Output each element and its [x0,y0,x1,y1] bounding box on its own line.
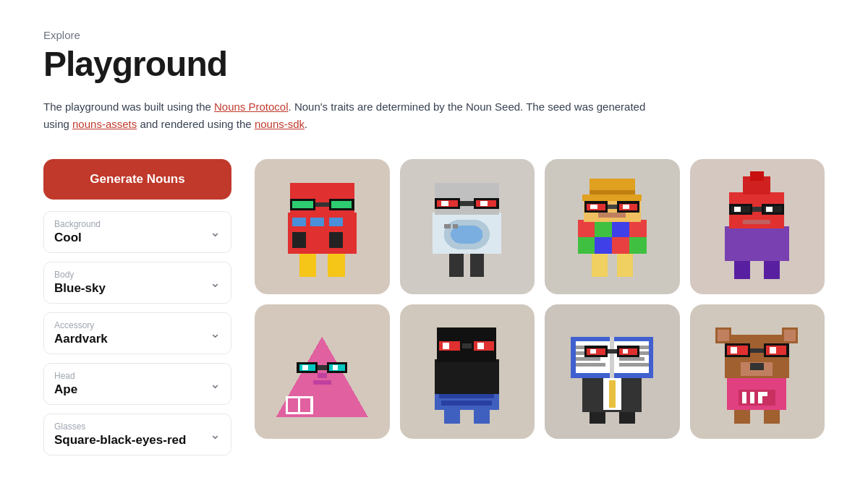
noun-card-8[interactable] [690,304,825,440]
svg-rect-7 [329,232,343,248]
svg-rect-38 [592,254,608,277]
noun-card-5[interactable] [255,304,390,440]
accessory-value: Aardvark [54,332,221,346]
svg-rect-81 [440,394,495,398]
svg-rect-77 [318,374,327,378]
svg-rect-80 [435,360,499,395]
svg-rect-50 [623,205,630,209]
nouns-protocol-link[interactable]: Nouns Protocol [214,100,289,113]
glasses-chevron-icon: ⌄ [210,427,221,442]
svg-rect-133 [750,364,764,371]
svg-rect-34 [578,237,595,254]
head-dropdown[interactable]: Head Ape ⌄ [43,363,231,405]
svg-rect-136 [750,348,764,353]
sidebar: Generate Nouns Background Cool ⌄ Body Bl… [43,159,231,455]
svg-rect-11 [315,202,329,207]
desc-text-3: and rendered using the [137,118,255,130]
glasses-label: Glasses [54,421,221,432]
svg-rect-118 [623,350,629,354]
noun-card-6[interactable] [400,304,535,440]
noun-card-7[interactable] [545,304,680,440]
svg-rect-12 [292,201,313,208]
svg-rect-42 [582,194,642,202]
svg-rect-63 [734,207,741,211]
svg-rect-46 [608,205,617,209]
svg-rect-124 [763,392,767,396]
background-dropdown[interactable]: Background Cool ⌄ [43,211,231,253]
nouns-sdk-link[interactable]: nouns-sdk [255,118,305,130]
svg-rect-111 [619,364,649,367]
svg-rect-68 [288,399,298,413]
background-chevron-icon: ⌄ [210,224,221,240]
main-layout: Generate Nouns Background Cool ⌄ Body Bl… [43,159,825,455]
svg-rect-114 [608,350,617,354]
body-value: Blue-sky [54,281,221,296]
desc-text-1: The playground was built using the [43,100,214,113]
head-value: Ape [54,382,221,397]
nouns-grid [255,159,825,439]
noun-card-4[interactable] [690,159,825,294]
explore-label: Explore [43,29,825,41]
svg-rect-106 [576,358,601,361]
svg-rect-131 [785,330,796,342]
svg-rect-65 [744,220,771,224]
svg-rect-97 [619,413,635,424]
svg-rect-27 [442,201,449,205]
svg-rect-76 [333,366,339,370]
svg-rect-126 [764,411,780,424]
svg-rect-1 [328,252,345,277]
generate-nouns-button[interactable]: Generate Nouns [43,159,231,200]
svg-rect-117 [590,350,596,354]
svg-rect-49 [590,205,597,209]
svg-rect-72 [318,366,327,370]
noun-card-3[interactable] [545,159,680,294]
svg-rect-3 [292,218,306,227]
svg-rect-5 [329,218,343,227]
page-title: Playground [43,44,825,84]
svg-rect-57 [750,171,764,181]
svg-rect-64 [766,207,773,211]
svg-rect-96 [590,413,605,424]
svg-rect-123 [758,392,762,403]
svg-rect-95 [608,380,616,408]
nouns-assets-link[interactable]: nouns-assets [72,118,137,130]
body-label: Body [54,270,221,280]
svg-rect-86 [462,344,472,348]
svg-rect-36 [612,237,629,254]
accessory-label: Accessory [54,320,221,330]
svg-rect-107 [576,364,605,367]
body-chevron-icon: ⌄ [210,275,221,291]
svg-rect-89 [443,343,450,350]
svg-rect-20 [454,224,458,228]
svg-rect-54 [764,261,780,279]
svg-rect-138 [766,346,787,356]
body-dropdown[interactable]: Body Blue-sky ⌄ [43,262,231,304]
svg-rect-24 [460,201,474,205]
svg-rect-43 [590,190,635,194]
glasses-value: Square-black-eyes-red [54,433,221,448]
svg-rect-51 [598,213,626,217]
svg-rect-110 [619,358,644,361]
svg-rect-0 [299,252,317,277]
svg-rect-90 [477,343,485,350]
noun-card-1[interactable] [255,159,390,294]
svg-rect-28 [481,201,488,205]
head-chevron-icon: ⌄ [210,376,221,392]
svg-rect-91 [444,411,460,424]
svg-rect-37 [629,237,647,254]
background-label: Background [54,219,221,229]
svg-rect-14 [450,252,464,277]
svg-rect-140 [770,347,777,354]
svg-rect-115 [587,348,605,356]
noun-card-2[interactable] [400,159,535,294]
accessory-dropdown[interactable]: Accessory Aardvark ⌄ [43,312,231,354]
svg-rect-139 [731,347,738,354]
svg-rect-121 [742,392,746,403]
svg-rect-33 [629,220,647,237]
glasses-dropdown[interactable]: Glasses Square-black-eyes-red ⌄ [43,414,231,455]
svg-rect-4 [310,218,324,227]
svg-rect-82 [442,401,493,406]
svg-rect-137 [728,346,749,356]
svg-rect-53 [734,261,750,279]
svg-rect-125 [734,411,750,424]
